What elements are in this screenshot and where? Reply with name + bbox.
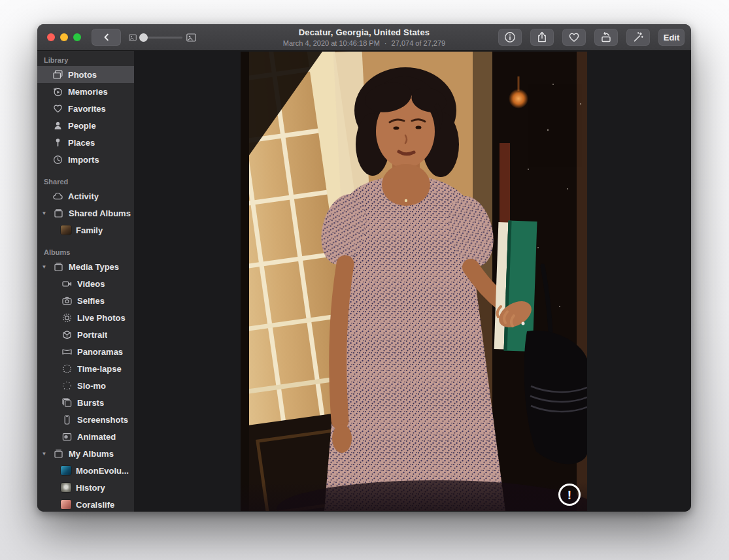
sidebar-item-label: People (68, 121, 96, 131)
slo-mo-icon (61, 380, 73, 391)
time-lapse-icon (61, 363, 73, 374)
sidebar-item-places[interactable]: Places (37, 134, 134, 151)
history-album-thumbnail (61, 483, 71, 492)
toolbar: Edit (498, 29, 685, 46)
sidebar-item-photos[interactable]: Photos (37, 66, 134, 83)
sidebar-item-label: Videos (77, 279, 105, 289)
sidebar-item-moonevolu[interactable]: MoonEvolu... (37, 462, 134, 479)
sidebar-item-history[interactable]: History (37, 479, 134, 496)
fullscreen-window-button[interactable] (73, 33, 81, 41)
photo[interactable]: ! (241, 52, 587, 511)
heart-icon (568, 31, 581, 44)
sidebar-item-label: Slo-mo (77, 381, 106, 391)
sidebar-item-people[interactable]: People (37, 117, 134, 134)
auto-enhance-button[interactable] (626, 29, 650, 46)
sidebar-item-family[interactable]: Family (37, 222, 134, 239)
sidebar-item-label: History (76, 483, 105, 493)
share-icon (535, 31, 549, 44)
sidebar-item-label: Media Types (69, 262, 119, 272)
magic-wand-icon (632, 31, 645, 44)
bursts-icon (61, 397, 73, 408)
info-button[interactable] (498, 29, 522, 46)
video-camera-icon (61, 278, 73, 289)
sidebar-item-label: Family (76, 225, 103, 235)
sidebar-item-favorites[interactable]: Favorites (37, 100, 134, 117)
sidebar-header-library: Library (37, 54, 134, 66)
sidebar-item-screenshots[interactable]: Screenshots (37, 411, 134, 428)
clock-icon (52, 154, 63, 165)
sidebar-item-label: Photos (68, 70, 97, 80)
zoom-slider[interactable] (117, 31, 196, 44)
sidebar-item-label: Memories (68, 87, 108, 97)
coralslife-album-thumbnail (61, 500, 71, 509)
sidebar-item-bursts[interactable]: Bursts (37, 394, 134, 411)
cube-icon (61, 329, 73, 340)
sidebar-item-shared-albums[interactable]: ▼ Shared Albums (37, 205, 134, 222)
person-icon (52, 120, 63, 131)
sidebar-item-portrait[interactable]: Portrait (37, 326, 134, 343)
sidebar-item-selfies[interactable]: Selfies (37, 292, 134, 309)
sidebar-item-animated[interactable]: Animated (37, 428, 134, 445)
photos-icon (52, 69, 63, 80)
sidebar-item-media-types[interactable]: ▼ Media Types (37, 258, 134, 275)
edit-button[interactable]: Edit (658, 29, 685, 46)
photo-image (241, 52, 587, 511)
zoom-out-image-icon (129, 34, 137, 41)
sidebar-item-label: Panoramas (77, 347, 123, 357)
selfie-camera-icon (61, 295, 73, 306)
sidebar-item-label: Time-lapse (77, 364, 122, 374)
window-body: Library Photos Memories Favorites (37, 51, 691, 512)
info-icon (503, 31, 517, 44)
album-folder-icon (52, 261, 64, 272)
sidebar-item-videos[interactable]: Videos (37, 275, 134, 292)
titlebar-info: Decatur, Georgia, United States March 4,… (282, 27, 447, 47)
phone-icon (61, 414, 73, 425)
sidebar-item-label: Bursts (77, 398, 104, 408)
disclosure-triangle[interactable]: ▼ (41, 210, 48, 216)
zoom-slider-knob[interactable] (139, 33, 148, 42)
sidebar-item-label: Live Photos (77, 313, 126, 323)
photo-subtitle: March 4, 2020 at 10:46:18 PM · 27,074 of… (282, 39, 447, 47)
photo-location-title: Decatur, Georgia, United States (282, 27, 447, 37)
sidebar-item-imports[interactable]: Imports (37, 151, 134, 168)
live-photo-icon (61, 312, 73, 323)
cloud-icon (52, 191, 63, 202)
close-window-button[interactable] (47, 33, 55, 41)
subtitle-separator: · (384, 39, 387, 47)
sidebar-item-coralslife[interactable]: Coralslife (37, 496, 134, 512)
sidebar-header-albums: Albums (37, 246, 134, 258)
sidebar-item-label: Coralslife (76, 500, 114, 510)
moonevolu-album-thumbnail (61, 466, 71, 475)
sidebar-item-label: Shared Albums (69, 208, 131, 218)
zoom-slider-track[interactable] (141, 37, 182, 39)
sidebar-item-panoramas[interactable]: Panoramas (37, 343, 134, 360)
sidebar-item-activity[interactable]: Activity (37, 188, 134, 205)
rotate-button[interactable] (594, 29, 618, 46)
family-album-thumbnail (61, 225, 71, 235)
sidebar-header-shared: Shared (37, 175, 134, 188)
favorite-button[interactable] (562, 29, 586, 46)
sidebar-item-label: Places (68, 138, 95, 148)
minimize-window-button[interactable] (60, 33, 68, 41)
memories-icon (52, 86, 63, 97)
sidebar-item-label: Animated (77, 432, 116, 442)
load-error-badge[interactable]: ! (558, 484, 581, 506)
sidebar-item-memories[interactable]: Memories (37, 83, 134, 100)
favorites-heart-icon (52, 103, 63, 114)
sidebar-item-label: My Albums (69, 449, 114, 459)
sidebar-item-slo-mo[interactable]: Slo-mo (37, 377, 134, 394)
album-folder-icon (52, 448, 64, 459)
sidebar-item-label: Screenshots (77, 415, 128, 425)
disclosure-triangle[interactable]: ▼ (41, 451, 48, 457)
sidebar-item-label: Portrait (77, 330, 107, 340)
sidebar-item-label: Favorites (68, 104, 106, 114)
disclosure-triangle[interactable]: ▼ (41, 264, 48, 270)
sidebar-item-live-photos[interactable]: Live Photos (37, 309, 134, 326)
titlebar: Decatur, Georgia, United States March 4,… (37, 24, 691, 51)
photo-count: 27,074 of 27,279 (392, 39, 446, 47)
album-folder-icon (52, 208, 64, 219)
sidebar-item-my-albums[interactable]: ▼ My Albums (37, 445, 134, 462)
share-button[interactable] (530, 29, 554, 46)
sidebar-item-time-lapse[interactable]: Time-lapse (37, 360, 134, 377)
sidebar: Library Photos Memories Favorites (37, 51, 134, 512)
